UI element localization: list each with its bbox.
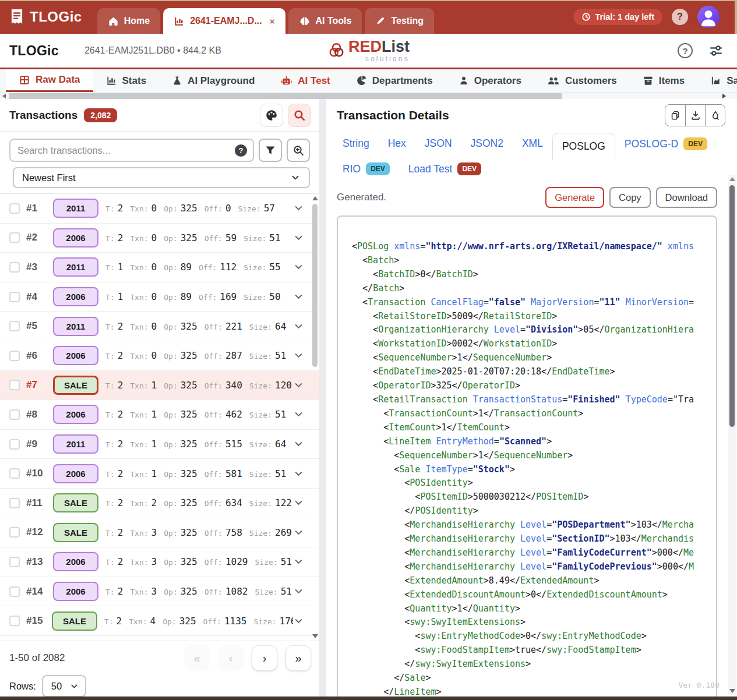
poslog-code-viewer[interactable]: <POSLog xmlns="http://www.nrf-arts.org/I…: [337, 215, 717, 697]
close-icon[interactable]: ×: [270, 16, 275, 26]
rows-select[interactable]: 50: [42, 675, 86, 697]
checkbox[interactable]: [9, 292, 20, 302]
list-scrollbar-thumb[interactable]: [312, 204, 318, 367]
scroll-down-arrow-icon[interactable]: [312, 634, 318, 638]
chevron-down-icon[interactable]: [293, 409, 304, 420]
avatar[interactable]: [697, 6, 720, 28]
scroll-down-arrow-icon[interactable]: [729, 689, 735, 693]
chevron-down-icon[interactable]: [293, 321, 304, 332]
nav-item-ai-test[interactable]: AI Test: [267, 69, 343, 92]
last-page-button[interactable]: »: [285, 645, 311, 671]
help-button[interactable]: ?: [672, 9, 688, 25]
quick-search-button[interactable]: [288, 104, 311, 127]
filter-button[interactable]: [259, 139, 282, 162]
chevron-down-icon[interactable]: [293, 439, 304, 450]
table-row[interactable]: #62006T:2Txn:0Op:325Off:287Size:51: [0, 341, 319, 371]
format-tab-string[interactable]: String: [333, 132, 379, 155]
search-help-icon[interactable]: ?: [235, 144, 247, 157]
chevron-down-icon[interactable]: [293, 380, 304, 391]
table-row[interactable]: #12011T:2Txn:0Op:325Off:0Size:57: [0, 194, 319, 224]
checkbox[interactable]: [9, 232, 20, 243]
horizontal-scrollbar[interactable]: [0, 92, 737, 99]
nav-item-raw-data[interactable]: Raw Data: [6, 69, 93, 92]
checkbox[interactable]: [9, 321, 20, 331]
format-tab-hex[interactable]: Hex: [379, 132, 415, 155]
table-row[interactable]: #32011T:1Txn:0Op:89Off:112Size:55: [0, 253, 319, 282]
chevron-down-icon[interactable]: [293, 203, 304, 214]
chevron-down-icon[interactable]: [293, 616, 304, 627]
copy-button[interactable]: [665, 105, 685, 126]
scroll-right-arrow-icon[interactable]: [722, 94, 726, 98]
generate-button[interactable]: Generate: [545, 187, 604, 208]
clear-button[interactable]: [705, 105, 725, 126]
download-button[interactable]: [685, 105, 705, 126]
topbar-tab-2641-eamj-d-[interactable]: 2641-EAMJ...D...×: [163, 8, 285, 34]
topbar-tab-home[interactable]: Home: [97, 8, 160, 34]
nav-item-sa[interactable]: Sa: [697, 69, 737, 92]
advanced-search-button[interactable]: [287, 139, 310, 162]
table-row[interactable]: #11SALET:2Txn:2Op:325Off:634Size:122: [0, 489, 319, 518]
nav-item-stats[interactable]: Stats: [93, 69, 160, 92]
chevron-down-icon[interactable]: [293, 586, 304, 597]
search-input[interactable]: [10, 140, 253, 161]
format-tab-poslog-d[interactable]: POSLOG-DDEV: [615, 132, 717, 156]
scroll-up-arrow-icon[interactable]: [729, 177, 735, 181]
table-row[interactable]: #52011T:2Txn:0Op:325Off:221Size:64: [0, 312, 319, 341]
help-circle-button[interactable]: ?: [678, 43, 693, 58]
scroll-left-arrow-icon[interactable]: [2, 94, 6, 98]
checkbox[interactable]: [9, 351, 20, 361]
checkbox[interactable]: [9, 468, 20, 479]
checkbox[interactable]: [9, 380, 20, 390]
table-row-partial[interactable]: [0, 636, 319, 641]
checkbox[interactable]: [9, 409, 20, 420]
checkbox[interactable]: [9, 498, 20, 508]
nav-item-items[interactable]: Items: [630, 69, 697, 92]
next-page-button[interactable]: ›: [252, 645, 277, 671]
chevron-down-icon[interactable]: [293, 527, 304, 538]
format-tab-xml[interactable]: XML: [513, 132, 552, 155]
chevron-down-icon[interactable]: [293, 468, 304, 479]
nav-item-operators[interactable]: Operators: [446, 69, 534, 92]
table-row[interactable]: #102006T:2Txn:1Op:325Off:581Size:51: [0, 459, 319, 489]
download-text-button[interactable]: Download: [656, 187, 717, 208]
chevron-down-icon[interactable]: [293, 497, 304, 508]
checkbox[interactable]: [9, 439, 20, 450]
table-row[interactable]: #22006T:2Txn:0Op:325Off:59Size:51: [0, 224, 319, 253]
nav-item-departments[interactable]: Departments: [343, 69, 446, 92]
details-scrollbar[interactable]: [728, 175, 736, 695]
table-row[interactable]: #7SALET:2Txn:1Op:325Off:340Size:120: [0, 371, 319, 401]
settings-sliders-icon[interactable]: [708, 43, 724, 58]
chevron-down-icon[interactable]: [293, 261, 304, 273]
topbar-tab-ai-tools[interactable]: AI Tools: [288, 8, 362, 34]
chevron-down-icon[interactable]: [293, 232, 304, 243]
format-tab-json2[interactable]: JSON2: [461, 132, 513, 155]
table-row[interactable]: #15SALET:2Txn:4Op:325Off:1135Size:1767: [0, 606, 319, 636]
horizontal-scrollbar-thumb[interactable]: [9, 93, 562, 99]
palette-button[interactable]: [260, 104, 283, 127]
format-tab-json[interactable]: JSON: [415, 132, 461, 155]
chevron-down-icon[interactable]: [293, 556, 304, 567]
chevron-down-icon[interactable]: [293, 350, 304, 361]
table-row[interactable]: #82006T:2Txn:1Op:325Off:462Size:51: [0, 400, 319, 430]
details-scrollbar-thumb[interactable]: [729, 185, 735, 427]
nav-item-ai-playground[interactable]: AI Playground: [159, 69, 267, 92]
checkbox[interactable]: [9, 262, 20, 273]
table-row[interactable]: #42006T:1Txn:0Op:89Off:169Size:50: [0, 282, 319, 312]
nav-item-customers[interactable]: Customers: [534, 69, 630, 92]
sort-dropdown[interactable]: Newest First: [13, 167, 310, 188]
checkbox[interactable]: [9, 616, 20, 626]
topbar-tab-testing[interactable]: Testing: [365, 8, 434, 34]
table-row[interactable]: #132006T:2Txn:3Op:325Off:1029Size:51: [0, 547, 319, 577]
format-tab-poslog[interactable]: POSLOG: [552, 133, 615, 160]
checkbox[interactable]: [9, 557, 20, 567]
chevron-down-icon[interactable]: [293, 291, 304, 302]
copy-text-button[interactable]: Copy: [609, 187, 651, 208]
checkbox[interactable]: [9, 586, 20, 597]
format-tab-load-test[interactable]: Load TestDEV: [399, 157, 491, 181]
scroll-up-arrow-icon[interactable]: [312, 196, 318, 200]
table-row[interactable]: #92011T:2Txn:1Op:325Off:515Size:64: [0, 430, 319, 459]
format-tab-rio[interactable]: RIODEV: [333, 157, 399, 181]
list-scrollbar[interactable]: [312, 195, 318, 640]
checkbox[interactable]: [9, 527, 20, 538]
table-row[interactable]: #142006T:2Txn:3Op:325Off:1082Size:51: [0, 577, 319, 607]
